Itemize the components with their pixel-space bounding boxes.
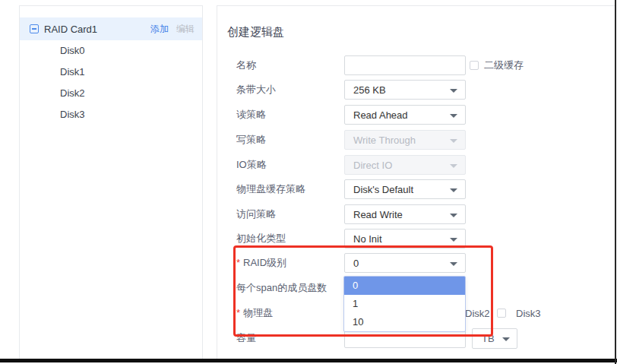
capacity-unit-select[interactable]: TB bbox=[472, 328, 517, 349]
required-asterisk: * bbox=[236, 307, 240, 318]
row-read-policy: 读策略 Read Ahead bbox=[217, 105, 615, 125]
read-policy-value: Read Ahead bbox=[353, 109, 408, 121]
stripe-size-value: 256 KB bbox=[353, 84, 386, 96]
raid-level-option-10[interactable]: 10 bbox=[344, 313, 465, 331]
raid-level-select[interactable]: 0 bbox=[344, 253, 466, 273]
name-label: 名称 bbox=[236, 59, 256, 72]
init-type-select[interactable]: No Init bbox=[344, 229, 466, 248]
page-title: 创建逻辑盘 bbox=[227, 25, 284, 40]
chevron-down-icon bbox=[450, 89, 457, 93]
raid-level-dropdown: 0 1 10 bbox=[343, 276, 466, 332]
init-type-value: No Init bbox=[353, 233, 382, 245]
chevron-down-icon bbox=[450, 262, 457, 266]
read-policy-select[interactable]: Read Ahead bbox=[344, 105, 466, 125]
raid-card-label: RAID Card1 bbox=[44, 24, 97, 35]
collapse-icon[interactable] bbox=[30, 24, 39, 33]
raid-config-screen: RAID Card1 添加 编辑 Disk0 Disk1 Disk2 Disk3… bbox=[0, 0, 617, 364]
io-policy-label: IO策略 bbox=[236, 158, 267, 172]
row-io-policy: IO策略 Direct IO bbox=[217, 155, 615, 175]
disk3-checkbox[interactable] bbox=[497, 309, 506, 318]
disk-cache-policy-label: 物理盘缓存策略 bbox=[236, 182, 305, 196]
capacity-label: 容量 bbox=[236, 331, 256, 345]
disk-cache-policy-value: Disk's Default bbox=[353, 184, 413, 195]
capacity-unit-value: TB bbox=[482, 333, 495, 344]
stripe-size-select[interactable]: 256 KB bbox=[344, 80, 466, 100]
raid-level-option-1[interactable]: 1 bbox=[344, 295, 465, 313]
disk3-checkbox-label: Disk3 bbox=[516, 308, 541, 319]
secondary-cache-checkbox[interactable] bbox=[470, 61, 479, 70]
read-policy-label: 读策略 bbox=[236, 108, 266, 122]
tree-node-disk3[interactable]: Disk3 bbox=[20, 104, 202, 125]
raid-level-label: *RAID级别 bbox=[236, 256, 286, 270]
io-policy-select: Direct IO bbox=[344, 155, 466, 175]
chevron-down-icon bbox=[450, 214, 457, 217]
disk-list: Disk0 Disk1 Disk2 Disk3 bbox=[20, 40, 202, 125]
row-write-policy: 写策略 Write Through bbox=[217, 130, 615, 150]
screenshot-right-edge bbox=[615, 0, 616, 364]
physical-disk3-option[interactable]: Disk3 bbox=[497, 308, 541, 319]
edit-link[interactable]: 编辑 bbox=[176, 23, 195, 36]
row-init-type: 初始化类型 No Init bbox=[217, 229, 615, 248]
physical-disks-label: *物理盘 bbox=[236, 306, 273, 320]
tree-node-disk0[interactable]: Disk0 bbox=[20, 40, 202, 62]
row-name: 名称 二级缓存 bbox=[217, 55, 615, 75]
disk2-checkbox-label: Disk2 bbox=[465, 308, 490, 319]
raid-level-option-0[interactable]: 0 bbox=[344, 277, 465, 295]
write-policy-select: Write Through bbox=[344, 130, 466, 150]
disk-cache-policy-select[interactable]: Disk's Default bbox=[344, 179, 466, 199]
stripe-size-label: 条带大小 bbox=[236, 83, 276, 97]
init-type-label: 初始化类型 bbox=[236, 232, 286, 245]
row-disk-cache-policy: 物理盘缓存策略 Disk's Default bbox=[217, 179, 615, 199]
tree-node-raid-card[interactable]: RAID Card1 添加 编辑 bbox=[20, 17, 202, 40]
screenshot-bottom-edge bbox=[0, 359, 617, 362]
row-raid-level: *RAID级别 0 bbox=[217, 253, 615, 273]
access-policy-select[interactable]: Read Write bbox=[344, 204, 466, 224]
io-policy-value: Direct IO bbox=[353, 160, 392, 171]
add-link[interactable]: 添加 bbox=[150, 23, 169, 36]
secondary-cache-label: 二级缓存 bbox=[484, 59, 524, 72]
chevron-down-icon bbox=[450, 188, 457, 192]
access-policy-value: Read Write bbox=[353, 209, 403, 220]
tree-node-disk1[interactable]: Disk1 bbox=[20, 62, 202, 83]
access-policy-label: 访问策略 bbox=[236, 207, 276, 221]
chevron-down-icon bbox=[450, 114, 457, 118]
chevron-down-icon bbox=[450, 139, 457, 143]
write-policy-value: Write Through bbox=[353, 135, 416, 146]
chevron-down-icon bbox=[450, 238, 457, 242]
chevron-down-icon bbox=[502, 337, 510, 341]
write-policy-label: 写策略 bbox=[236, 133, 266, 147]
chevron-down-icon bbox=[450, 164, 457, 168]
create-logical-disk-panel: 创建逻辑盘 名称 二级缓存 条带大小 256 KB 读策略 Read Ahead bbox=[217, 5, 615, 359]
raid-tree-panel: RAID Card1 添加 编辑 Disk0 Disk1 Disk2 Disk3 bbox=[19, 5, 203, 359]
row-access-policy: 访问策略 Read Write bbox=[217, 204, 615, 224]
row-stripe-size: 条带大小 256 KB bbox=[217, 80, 615, 100]
raid-level-value: 0 bbox=[353, 258, 359, 269]
span-members-label: 每个span的成员盘数 bbox=[236, 281, 327, 295]
name-input[interactable] bbox=[344, 55, 466, 75]
tree-node-disk2[interactable]: Disk2 bbox=[20, 83, 202, 104]
required-asterisk: * bbox=[236, 257, 240, 268]
